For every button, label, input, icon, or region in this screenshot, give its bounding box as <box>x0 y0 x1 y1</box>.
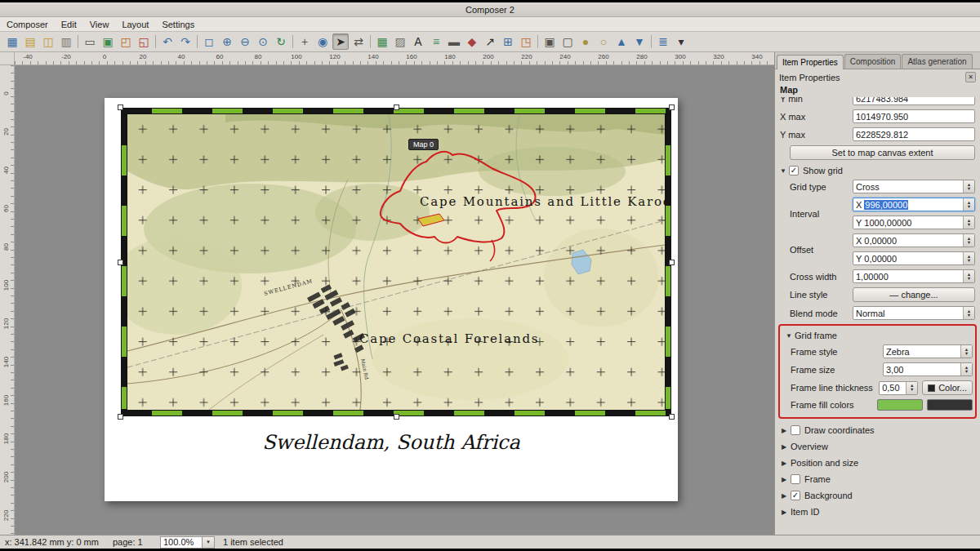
y-min-input[interactable]: 6217483.984 <box>853 97 975 105</box>
zoom-combo[interactable]: 100.0% ▾ <box>160 536 215 549</box>
lower-items-icon[interactable]: ▼ <box>631 33 648 50</box>
spin-arrows-icon[interactable] <box>963 198 974 211</box>
background-checkbox[interactable] <box>791 491 800 500</box>
line-style-change-button[interactable]: — change... <box>853 287 975 302</box>
combo-arrows-icon[interactable] <box>963 180 974 193</box>
spin-arrows-icon[interactable] <box>963 216 974 229</box>
save-project-icon[interactable]: ▦ <box>4 33 20 50</box>
show-grid-checkbox[interactable] <box>789 166 799 176</box>
frame-fill-color-1-swatch[interactable] <box>877 399 923 411</box>
composition-title-label[interactable]: Swellendam, South Africa <box>105 431 678 454</box>
selection-handle-s[interactable] <box>394 414 399 420</box>
select-move-item-icon[interactable]: ➤ <box>332 33 349 50</box>
frame-style-combo[interactable]: Zebra <box>883 344 973 358</box>
spin-arrows-icon[interactable] <box>963 270 974 282</box>
frame-checkbox[interactable] <box>791 474 800 484</box>
draw-coordinates-collapse-icon[interactable] <box>782 427 791 434</box>
composition-manager-icon[interactable]: ▥ <box>58 33 74 50</box>
group-items-icon[interactable]: ▣ <box>541 33 558 50</box>
add-image-icon[interactable]: ▨ <box>392 33 408 50</box>
export-as-svg-icon[interactable]: ◰ <box>118 33 134 50</box>
menu-layout[interactable]: Layout <box>115 18 155 31</box>
position-and-size-collapse-icon[interactable] <box>782 460 791 467</box>
menu-edit[interactable]: Edit <box>55 18 83 31</box>
add-new-map-icon[interactable]: ▦ <box>374 33 390 50</box>
pan-tool-icon[interactable]: + <box>296 33 313 50</box>
background-collapse-icon[interactable] <box>782 492 791 500</box>
new-composition-icon[interactable]: ▤ <box>22 33 38 50</box>
interval-x-spinbox[interactable]: X996,00000 <box>853 198 975 211</box>
move-item-content-icon[interactable]: ⇄ <box>350 33 367 50</box>
add-basic-shape-icon[interactable]: ◆ <box>464 33 480 50</box>
overview-collapse-icon[interactable] <box>782 443 791 451</box>
menu-view[interactable]: View <box>83 18 116 31</box>
spin-arrows-icon[interactable] <box>960 363 972 375</box>
selection-handle-sw[interactable] <box>118 414 123 420</box>
raise-items-icon[interactable]: ▲ <box>613 33 630 50</box>
add-attribute-table-icon[interactable]: ⊞ <box>500 33 516 50</box>
map-item[interactable]: Cape Mountains and Little Karoo Cape Coa… <box>127 114 665 410</box>
menu-composer[interactable]: Composer <box>0 18 55 31</box>
item-id-collapse-icon[interactable] <box>782 509 791 516</box>
refresh-view-icon[interactable]: ↻ <box>273 33 289 50</box>
zoom-in-icon[interactable]: ⊕ <box>219 33 235 50</box>
zoom-full-extent-icon[interactable]: ◻ <box>201 33 217 50</box>
spin-arrows-icon[interactable] <box>906 382 917 394</box>
lock-items-icon[interactable]: ● <box>577 33 594 50</box>
y-max-input[interactable]: 6228529.812 <box>853 127 975 141</box>
export-as-pdf-icon[interactable]: ◱ <box>136 33 152 50</box>
draw-coordinates-checkbox[interactable] <box>791 425 800 435</box>
menu-settings[interactable]: Settings <box>155 18 201 31</box>
selection-handle-nw[interactable] <box>118 104 123 110</box>
ungroup-items-icon[interactable]: ▢ <box>559 33 576 50</box>
zoom-dropdown-icon[interactable]: ▾ <box>203 536 215 549</box>
selection-handle-n[interactable] <box>394 104 399 110</box>
frame-collapse-icon[interactable] <box>782 476 791 483</box>
show-grid-collapse-icon[interactable] <box>780 167 789 175</box>
zoom-tool-icon[interactable]: ◉ <box>314 33 331 50</box>
frame-color-button[interactable]: Color... <box>922 380 973 395</box>
duplicate-composition-icon[interactable]: ◫ <box>40 33 56 50</box>
composer-canvas[interactable]: Cape Mountains and Little Karoo Cape Coa… <box>15 65 774 535</box>
map-item-frame[interactable]: Cape Mountains and Little Karoo Cape Coa… <box>121 108 671 416</box>
selection-handle-ne[interactable] <box>669 104 675 110</box>
interval-y-spinbox[interactable]: Y1000,00000 <box>853 216 975 229</box>
combo-arrows-icon[interactable] <box>960 345 972 358</box>
grid-type-combo[interactable]: Cross <box>853 180 975 193</box>
add-label-icon[interactable]: A <box>410 33 426 50</box>
export-as-image-icon[interactable]: ▣ <box>100 33 116 50</box>
grid-frame-collapse-icon[interactable] <box>786 332 795 340</box>
add-arrow-icon[interactable]: ↗ <box>482 33 498 50</box>
panel-close-icon[interactable]: ✕ <box>965 72 976 82</box>
add-legend-icon[interactable]: ≡ <box>428 33 444 50</box>
combo-arrows-icon[interactable] <box>963 307 974 319</box>
spin-arrows-icon[interactable] <box>963 252 974 264</box>
spin-arrows-icon[interactable] <box>963 234 974 247</box>
window-titlebar[interactable]: Composer 2 <box>0 2 980 17</box>
print-icon[interactable]: ▭ <box>82 33 98 50</box>
frame-line-thickness-spinbox[interactable]: 0,50 <box>879 381 918 395</box>
cross-width-spinbox[interactable]: 1,00000 <box>853 269 975 283</box>
add-scalebar-icon[interactable]: ▬ <box>446 33 462 50</box>
undo-icon[interactable]: ↶ <box>159 33 176 50</box>
frame-size-spinbox[interactable]: 3,00 <box>883 362 973 376</box>
zoom-actual-size-icon[interactable]: ⊙ <box>255 33 271 50</box>
set-to-map-canvas-extent-button[interactable]: Set to map canvas extent <box>790 145 975 160</box>
tab-atlas-generation[interactable]: Atlas generation <box>902 54 972 69</box>
composition-page[interactable]: Cape Mountains and Little Karoo Cape Coa… <box>105 98 678 501</box>
frame-fill-color-2-swatch[interactable] <box>927 399 973 411</box>
blend-mode-combo[interactable]: Normal <box>853 306 975 320</box>
selection-handle-se[interactable] <box>669 414 675 420</box>
zoom-out-icon[interactable]: ⊖ <box>237 33 253 50</box>
offset-y-spinbox[interactable]: Y0,00000 <box>853 251 975 265</box>
zoom-value[interactable]: 100.0% <box>160 536 203 549</box>
redo-icon[interactable]: ↷ <box>177 33 194 50</box>
x-max-input[interactable]: 1014970.950 <box>853 109 975 123</box>
tab-item-properties[interactable]: Item Properties <box>777 55 844 69</box>
unlock-items-icon[interactable]: ○ <box>595 33 612 50</box>
align-items-icon[interactable]: ≣ <box>655 33 671 50</box>
selection-handle-w[interactable] <box>118 260 123 265</box>
add-html-frame-icon[interactable]: ◳ <box>518 33 534 50</box>
selection-handle-e[interactable] <box>669 260 675 265</box>
offset-x-spinbox[interactable]: X0,00000 <box>853 233 975 247</box>
